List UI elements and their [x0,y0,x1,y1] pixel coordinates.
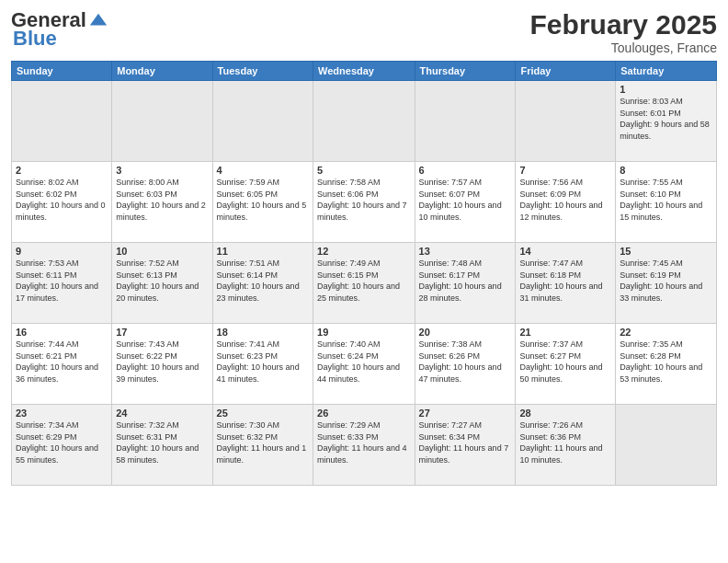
table-row: 7Sunrise: 7:56 AM Sunset: 6:09 PM Daylig… [516,162,616,243]
page-container: General Blue February 2025 Toulouges, Fr… [0,0,728,491]
col-sunday: Sunday [12,62,112,81]
day-info: Sunrise: 7:51 AM Sunset: 6:14 PM Dayligh… [217,258,309,304]
day-info: Sunrise: 7:58 AM Sunset: 6:06 PM Dayligh… [317,177,411,223]
day-number: 22 [620,327,712,338]
table-row: 3Sunrise: 8:00 AM Sunset: 6:03 PM Daylig… [112,162,212,243]
day-number: 26 [317,408,411,419]
day-number: 24 [116,408,208,419]
logo-icon [88,10,108,30]
table-row: 23Sunrise: 7:34 AM Sunset: 6:29 PM Dayli… [12,405,112,486]
day-info: Sunrise: 7:32 AM Sunset: 6:31 PM Dayligh… [116,419,208,465]
location: Toulouges, France [530,40,717,55]
table-row [616,405,717,486]
day-info: Sunrise: 7:27 AM Sunset: 6:34 PM Dayligh… [419,419,512,465]
day-number: 14 [519,246,611,257]
day-info: Sunrise: 7:49 AM Sunset: 6:15 PM Dayligh… [317,258,411,304]
col-thursday: Thursday [415,62,516,81]
calendar-week-row: 1Sunrise: 8:03 AM Sunset: 6:01 PM Daylig… [12,81,717,162]
day-info: Sunrise: 7:30 AM Sunset: 6:32 PM Dayligh… [217,419,309,465]
table-row: 5Sunrise: 7:58 AM Sunset: 6:06 PM Daylig… [313,162,415,243]
day-info: Sunrise: 7:26 AM Sunset: 6:36 PM Dayligh… [519,419,611,465]
table-row [415,81,516,162]
table-row: 6Sunrise: 7:57 AM Sunset: 6:07 PM Daylig… [415,162,516,243]
day-info: Sunrise: 7:57 AM Sunset: 6:07 PM Dayligh… [419,177,512,223]
table-row: 25Sunrise: 7:30 AM Sunset: 6:32 PM Dayli… [212,405,313,486]
day-info: Sunrise: 7:40 AM Sunset: 6:24 PM Dayligh… [317,339,411,385]
table-row: 17Sunrise: 7:43 AM Sunset: 6:22 PM Dayli… [112,324,212,405]
table-row: 26Sunrise: 7:29 AM Sunset: 6:33 PM Dayli… [313,405,415,486]
day-info: Sunrise: 7:59 AM Sunset: 6:05 PM Dayligh… [217,177,309,223]
day-number: 25 [217,408,309,419]
day-info: Sunrise: 7:35 AM Sunset: 6:28 PM Dayligh… [620,339,712,385]
table-row: 9Sunrise: 7:53 AM Sunset: 6:11 PM Daylig… [12,243,112,324]
calendar-week-row: 2Sunrise: 8:02 AM Sunset: 6:02 PM Daylig… [12,162,717,243]
day-number: 10 [116,246,208,257]
day-number: 5 [317,165,411,176]
table-row: 20Sunrise: 7:38 AM Sunset: 6:26 PM Dayli… [415,324,516,405]
day-info: Sunrise: 7:29 AM Sunset: 6:33 PM Dayligh… [317,419,411,465]
day-info: Sunrise: 8:00 AM Sunset: 6:03 PM Dayligh… [116,177,208,223]
table-row: 4Sunrise: 7:59 AM Sunset: 6:05 PM Daylig… [212,162,313,243]
day-info: Sunrise: 7:56 AM Sunset: 6:09 PM Dayligh… [519,177,611,223]
day-info: Sunrise: 7:55 AM Sunset: 6:10 PM Dayligh… [620,177,712,223]
day-info: Sunrise: 7:41 AM Sunset: 6:23 PM Dayligh… [217,339,309,385]
title-block: February 2025 Toulouges, France [530,9,717,55]
calendar-week-row: 23Sunrise: 7:34 AM Sunset: 6:29 PM Dayli… [12,405,717,486]
day-number: 15 [620,246,712,257]
table-row: 11Sunrise: 7:51 AM Sunset: 6:14 PM Dayli… [212,243,313,324]
table-row [516,81,616,162]
table-row: 28Sunrise: 7:26 AM Sunset: 6:36 PM Dayli… [516,405,616,486]
day-info: Sunrise: 7:37 AM Sunset: 6:27 PM Dayligh… [519,339,611,385]
day-number: 20 [419,327,512,338]
day-number: 18 [217,327,309,338]
table-row: 10Sunrise: 7:52 AM Sunset: 6:13 PM Dayli… [112,243,212,324]
calendar-table: Sunday Monday Tuesday Wednesday Thursday… [11,61,717,486]
day-info: Sunrise: 7:44 AM Sunset: 6:21 PM Dayligh… [16,339,108,385]
day-number: 3 [116,165,208,176]
day-number: 1 [620,84,712,95]
day-number: 7 [519,165,611,176]
day-info: Sunrise: 8:03 AM Sunset: 6:01 PM Dayligh… [620,96,712,142]
day-number: 9 [16,246,108,257]
table-row: 18Sunrise: 7:41 AM Sunset: 6:23 PM Dayli… [212,324,313,405]
day-number: 21 [519,327,611,338]
table-row: 2Sunrise: 8:02 AM Sunset: 6:02 PM Daylig… [12,162,112,243]
day-info: Sunrise: 7:48 AM Sunset: 6:17 PM Dayligh… [419,258,512,304]
table-row: 22Sunrise: 7:35 AM Sunset: 6:28 PM Dayli… [616,324,717,405]
table-row: 13Sunrise: 7:48 AM Sunset: 6:17 PM Dayli… [415,243,516,324]
day-info: Sunrise: 7:34 AM Sunset: 6:29 PM Dayligh… [16,419,108,465]
table-row: 27Sunrise: 7:27 AM Sunset: 6:34 PM Dayli… [415,405,516,486]
header: General Blue February 2025 Toulouges, Fr… [11,9,717,55]
day-number: 17 [116,327,208,338]
table-row: 12Sunrise: 7:49 AM Sunset: 6:15 PM Dayli… [313,243,415,324]
table-row: 1Sunrise: 8:03 AM Sunset: 6:01 PM Daylig… [616,81,717,162]
day-info: Sunrise: 7:38 AM Sunset: 6:26 PM Dayligh… [419,339,512,385]
table-row [313,81,415,162]
col-saturday: Saturday [616,62,717,81]
svg-marker-0 [90,14,107,26]
day-number: 19 [317,327,411,338]
day-number: 4 [217,165,309,176]
table-row: 14Sunrise: 7:47 AM Sunset: 6:18 PM Dayli… [516,243,616,324]
table-row: 8Sunrise: 7:55 AM Sunset: 6:10 PM Daylig… [616,162,717,243]
day-number: 23 [16,408,108,419]
day-number: 12 [317,246,411,257]
day-info: Sunrise: 7:47 AM Sunset: 6:18 PM Dayligh… [519,258,611,304]
calendar-week-row: 16Sunrise: 7:44 AM Sunset: 6:21 PM Dayli… [12,324,717,405]
day-number: 2 [16,165,108,176]
day-number: 28 [519,408,611,419]
table-row: 15Sunrise: 7:45 AM Sunset: 6:19 PM Dayli… [616,243,717,324]
calendar-header-row: Sunday Monday Tuesday Wednesday Thursday… [12,62,717,81]
col-friday: Friday [516,62,616,81]
day-info: Sunrise: 7:53 AM Sunset: 6:11 PM Dayligh… [16,258,108,304]
day-number: 27 [419,408,512,419]
day-info: Sunrise: 7:45 AM Sunset: 6:19 PM Dayligh… [620,258,712,304]
day-info: Sunrise: 8:02 AM Sunset: 6:02 PM Dayligh… [16,177,108,223]
table-row: 19Sunrise: 7:40 AM Sunset: 6:24 PM Dayli… [313,324,415,405]
logo-blue-text: Blue [13,28,57,50]
day-info: Sunrise: 7:52 AM Sunset: 6:13 PM Dayligh… [116,258,208,304]
table-row: 21Sunrise: 7:37 AM Sunset: 6:27 PM Dayli… [516,324,616,405]
day-number: 11 [217,246,309,257]
col-wednesday: Wednesday [313,62,415,81]
day-number: 8 [620,165,712,176]
